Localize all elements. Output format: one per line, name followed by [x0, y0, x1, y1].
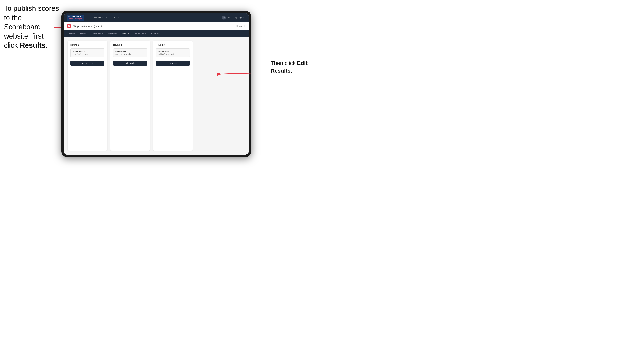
nav-teams[interactable]: TEAMS: [111, 15, 119, 19]
tournament-header: C Clippd Invitational (demo) Cancel ✕: [64, 22, 249, 30]
logo-text: SCOREBOARD: [68, 15, 83, 17]
user-label: Test User |: [228, 16, 237, 19]
tournament-name: Clippd Invitational (demo): [73, 25, 102, 28]
round-2-title: Round 2: [113, 44, 147, 46]
round-1-column: Round 1 Peachtree GC Gold (M) (7010 yds)…: [68, 41, 107, 151]
tab-details[interactable]: Details: [67, 30, 78, 37]
round-1-course-card: Peachtree GC Gold (M) (7010 yds): [70, 48, 104, 57]
round-1-edit-results-button[interactable]: Edit Results: [70, 61, 104, 66]
logo-area: SCOREBOARD Powered by clippd: [67, 15, 84, 20]
user-avatar: TU: [222, 15, 226, 19]
arrow-right: [218, 68, 257, 80]
round-2-course-name: Peachtree GC: [115, 51, 145, 53]
round-3-column: Round 3 Peachtree GC Gold (M) (7010 yds)…: [153, 41, 193, 151]
tab-tee-groups[interactable]: Tee Groups: [105, 30, 120, 37]
round-2-course-card: Peachtree GC Gold (M) (7010 yds): [113, 48, 147, 57]
round-1-title: Round 1: [70, 44, 104, 46]
logo-subtitle: Powered by clippd: [68, 18, 83, 19]
top-nav: SCOREBOARD Powered by clippd TOURNAMENTS…: [64, 13, 249, 22]
round-3-course-card: Peachtree GC Gold (M) (7010 yds): [156, 48, 190, 57]
cancel-button[interactable]: Cancel ✕: [236, 25, 246, 27]
tablet-frame: SCOREBOARD Powered by clippd TOURNAMENTS…: [61, 11, 251, 157]
signout-link[interactable]: Sign out: [238, 16, 246, 19]
close-icon: ✕: [244, 25, 246, 27]
round-3-course-details: Gold (M) (7010 yds): [158, 53, 188, 55]
tab-teams[interactable]: Teams: [78, 30, 88, 37]
tablet-screen: SCOREBOARD Powered by clippd TOURNAMENTS…: [64, 13, 249, 155]
round-3-edit-results-button[interactable]: Edit Results: [156, 61, 190, 66]
instruction-right-text: Then click Edit Results.: [270, 60, 308, 74]
tab-printables[interactable]: Printables: [148, 30, 162, 37]
tab-course-setup[interactable]: Course Setup: [88, 30, 105, 37]
nav-user: TU Test User | Sign out: [222, 15, 246, 19]
round-1-course-details: Gold (M) (7010 yds): [72, 53, 102, 55]
round-3-title: Round 3: [156, 44, 190, 46]
tab-leaderboards[interactable]: Leaderboards: [131, 30, 148, 37]
nav-items: TOURNAMENTS TEAMS: [89, 15, 222, 19]
sub-tabs: Details Teams Course Setup Tee Groups Re…: [64, 30, 249, 37]
tournament-title: C Clippd Invitational (demo): [67, 24, 102, 28]
nav-tournaments[interactable]: TOURNAMENTS: [89, 15, 107, 19]
round-1-course-name: Peachtree GC: [72, 51, 102, 53]
tab-results[interactable]: Results: [120, 30, 131, 37]
round-2-edit-results-button[interactable]: Edit Results: [113, 61, 147, 66]
round-2-course-details: Gold (M) (7010 yds): [115, 53, 145, 55]
round-3-course-name: Peachtree GC: [158, 51, 188, 53]
tournament-icon: C: [67, 24, 71, 28]
logo: SCOREBOARD Powered by clippd: [67, 15, 84, 20]
instruction-right: Then click Edit Results.: [270, 59, 318, 75]
round-2-column: Round 2 Peachtree GC Gold (M) (7010 yds)…: [110, 41, 150, 151]
content-area: Round 1 Peachtree GC Gold (M) (7010 yds)…: [64, 37, 249, 155]
